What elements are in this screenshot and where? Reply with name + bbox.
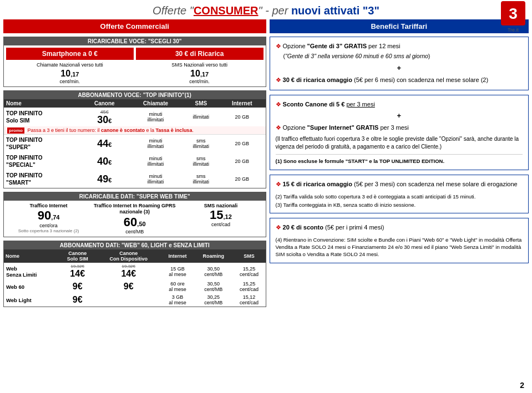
benefici-tariffari-header: Benefici Tariffari (270, 19, 529, 33)
table-row: TOP INFINITO"SPECIAL" 40€ minutiillimita… (4, 152, 266, 170)
svg-text:3: 3 (509, 5, 518, 22)
abbonamento-dati-section: ABBONAMENTO DATI: "WEB" 60, LIGHT e SENZ… (3, 241, 266, 307)
ricaricabile-voce-header: RICARICABILE VOCE: "SCEGLI 30" (4, 37, 266, 45)
sms-dati-info: SMS nazionali 15,12 cent/cad (178, 203, 263, 235)
logo-3-icon: 3 Tre.it (501, 1, 525, 33)
table-row: TOP INFINITO"SUPER" 44€ minutiillimitati… (4, 134, 266, 152)
note-3: (3) Tariffa conteggiata in KB, senza sca… (276, 201, 523, 208)
table-row: TOP INFINITO"SMART" 49€ minutiillimitati… (4, 170, 266, 188)
promo-row: promo Passa a 3 e tieni il tuo numero: i… (4, 126, 266, 135)
benefici-item-20eur: ❖ 20 € di sconto (5€ per i primi 4 mesi) (276, 223, 523, 233)
benefici-item-super-internet: ❖ Opzione "Super Internet" GRATIS per 3 … (276, 123, 523, 133)
right-column: Benefici Tariffari ❖ Opzione "Gente di 3… (270, 19, 529, 310)
ricarica-card: 30 € di Ricarica (136, 48, 264, 60)
col-canone-disp: CanoneCon Dispositivo (97, 249, 161, 263)
col-canone-sim: CanoneSolo SIM (59, 249, 97, 263)
title-consumer: CONSUMER (194, 4, 259, 17)
col-internet: Internet (219, 99, 266, 108)
traffico-internet-info: Traffico Internet 90,74 cent/ora Sotto c… (6, 203, 91, 235)
note-2: (2) Tariffa valida solo sotto copertura … (276, 193, 523, 200)
col-roaming-dati: Roaming (194, 249, 232, 263)
chiamate-info: Chiamate Nazionali verso tutti 10,17 cen… (6, 62, 134, 84)
col-nome: Nome (4, 99, 81, 108)
benefici-item-sconto: ❖ Sconto Canone di 5 € per 3 mesi (276, 100, 523, 110)
ricaricabile-voce-section: RICARICABILE VOCE: "SCEGLI 30" Smartphon… (3, 37, 266, 87)
benefici-item-15eur: ❖ 15 € di ricarica omaggio (5€ per 3 mes… (276, 180, 523, 190)
benefici-plus-1: + (276, 63, 523, 74)
benefici-item-gente-3: ❖ Opzione "Gente di 3" GRATIS per 12 mes… (276, 42, 523, 60)
col-nome-dati: Nome (4, 249, 59, 263)
benefici-section-1: ❖ Opzione "Gente di 3" GRATIS per 12 mes… (270, 37, 529, 90)
table-row: Web Light 9€ 3 GBal mese 30,25cent/MB 15… (4, 293, 266, 307)
abbonamento-voce-table: Nome Canone Chiamate SMS Internet TOP IN… (4, 99, 266, 188)
abbonamento-dati-header: ABBONAMENTO DATI: "WEB" 60, LIGHT e SENZ… (4, 241, 266, 249)
smartphone-card: Smartphone a 0 € (6, 48, 134, 60)
abbonamento-dati-table: Nome CanoneSolo SIM CanoneCon Dispositiv… (4, 249, 266, 307)
col-sms: SMS (184, 99, 219, 108)
table-row: Web 60 9€ 9€ 60 oreal mese 30,50cent/MB … (4, 280, 266, 293)
page-number: 2 (520, 381, 524, 390)
col-canone: Canone (81, 99, 128, 108)
benefici-section-2: ❖ Sconto Canone di 5 € per 3 mesi + ❖ Op… (270, 95, 529, 170)
title-bold: nuovi attivati "3" (291, 4, 379, 17)
title-suffix: " - per (259, 4, 291, 17)
col-chiamate: Chiamate (128, 99, 183, 108)
ricaricabile-dati-section: RICARICABILE DATI: "SUPER WEB TIME" Traf… (3, 192, 266, 238)
benefici-plus-2: + (276, 110, 523, 122)
title-prefix: Offerte " (153, 4, 194, 17)
abbonamento-voce-section: ABBONAMENTO VOCE: "TOP INFINITO"(1) Nome… (3, 90, 266, 188)
chiamate-unit: cent/min. (6, 79, 134, 84)
sms-info: SMS Nazionali verso tutti 10,17 cent/min… (136, 62, 264, 84)
chiamate-label: Chiamate Nazionali verso tutti (6, 62, 134, 69)
sms-label: SMS Nazionali verso tutti (136, 62, 264, 69)
note-4: (4) Rientrano in Convenzione: SIM sciolt… (276, 236, 523, 258)
abbonamento-voce-header: ABBONAMENTO VOCE: "TOP INFINITO"(1) (4, 91, 266, 99)
benefici-section-3: ❖ 15 € di ricarica omaggio (5€ per 3 mes… (270, 175, 529, 213)
table-row: TOP INFINITOSolo SIM 45€ 30€ minutiillim… (4, 108, 266, 126)
page-header: Offerte "CONSUMER" - per nuovi attivati … (0, 0, 532, 19)
super-internet-note: (Il traffico effettuato fuori copertura … (276, 135, 523, 151)
ricaricabile-dati-header: RICARICABILE DATI: "SUPER WEB TIME" (4, 192, 266, 201)
traffico-label2: Traffico Internet In Roaming GPRS nazion… (92, 203, 177, 216)
benefici-item-ricarica: ❖ 30 € di ricarica omaggio (5€ per 6 mes… (276, 75, 523, 85)
footnote-1: (1) Sono escluse le formule "START" e la… (276, 154, 523, 165)
col-sms-dati: SMS (232, 249, 265, 263)
table-row: WebSenza Limiti 19,32€ 14€ 19,32€ 14€ 15… (4, 263, 266, 280)
traffico-roaming-info: Traffico Internet In Roaming GPRS nazion… (92, 203, 177, 235)
sms-unit: cent/min. (136, 79, 264, 84)
offerte-commerciali-header: Offerte Commerciali (3, 19, 266, 33)
benefici-section-4: ❖ 20 € di sconto (5€ per i primi 4 mesi)… (270, 218, 529, 263)
col-internet-dati: Internet (161, 249, 195, 263)
left-column: Offerte Commerciali RICARICABILE VOCE: "… (3, 19, 266, 310)
